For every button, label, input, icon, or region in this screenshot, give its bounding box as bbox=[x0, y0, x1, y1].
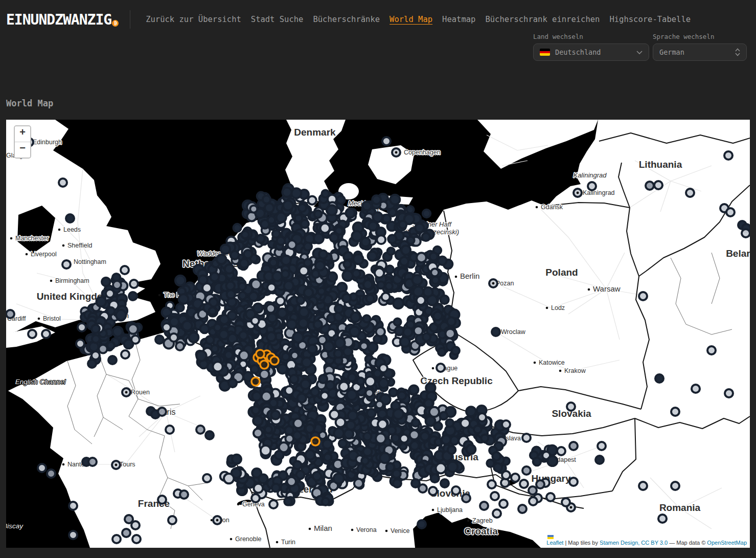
ring-marker[interactable] bbox=[62, 260, 71, 269]
cluster-marker[interactable] bbox=[217, 255, 226, 264]
navy-marker[interactable] bbox=[205, 431, 214, 439]
ring-marker[interactable] bbox=[170, 333, 178, 342]
ring-marker[interactable] bbox=[91, 351, 100, 360]
cluster-marker[interactable] bbox=[492, 452, 500, 460]
cluster-marker[interactable] bbox=[494, 463, 502, 472]
cluster-marker[interactable] bbox=[337, 196, 345, 204]
ring-marker[interactable] bbox=[536, 480, 544, 488]
cluster-marker[interactable] bbox=[423, 287, 432, 297]
ring-marker[interactable] bbox=[726, 208, 735, 216]
cluster-marker[interactable] bbox=[262, 392, 271, 401]
cluster-marker[interactable] bbox=[330, 233, 338, 241]
nav-buecherschrank-einreichen[interactable]: Bücherschrank einreichen bbox=[485, 15, 600, 24]
cluster-marker[interactable] bbox=[320, 224, 330, 233]
cluster-marker[interactable] bbox=[315, 261, 325, 270]
cluster-marker[interactable] bbox=[400, 257, 408, 265]
cluster-marker[interactable] bbox=[342, 294, 351, 302]
cluster-marker[interactable] bbox=[407, 206, 414, 213]
cluster-marker[interactable] bbox=[429, 407, 439, 417]
cluster-marker[interactable] bbox=[314, 234, 324, 243]
cluster-marker[interactable] bbox=[352, 270, 360, 277]
cluster-marker[interactable] bbox=[432, 277, 439, 284]
cluster-marker[interactable] bbox=[179, 294, 189, 304]
cluster-marker[interactable] bbox=[377, 281, 384, 288]
ring-marker[interactable] bbox=[69, 502, 77, 510]
cluster-marker[interactable] bbox=[297, 394, 306, 403]
cluster-marker[interactable] bbox=[423, 210, 430, 217]
cluster-marker[interactable] bbox=[275, 451, 284, 459]
cluster-marker[interactable] bbox=[301, 380, 310, 389]
cluster-marker[interactable] bbox=[260, 370, 269, 379]
cluster-marker[interactable] bbox=[304, 242, 312, 251]
ring-marker[interactable] bbox=[598, 442, 606, 450]
cluster-marker[interactable] bbox=[319, 251, 327, 259]
cluster-marker[interactable] bbox=[299, 319, 308, 328]
cluster-marker[interactable] bbox=[285, 386, 294, 395]
cluster-marker[interactable] bbox=[324, 342, 333, 351]
cluster-marker[interactable] bbox=[284, 498, 292, 505]
ring-marker[interactable] bbox=[437, 364, 445, 372]
cluster-marker[interactable] bbox=[107, 307, 114, 315]
cluster-marker[interactable] bbox=[250, 206, 257, 213]
cluster-marker[interactable] bbox=[107, 342, 114, 349]
cluster-marker[interactable] bbox=[327, 205, 336, 215]
cluster-marker[interactable] bbox=[266, 304, 275, 313]
cluster-marker[interactable] bbox=[225, 351, 233, 359]
ring-marker[interactable] bbox=[38, 464, 46, 472]
cluster-marker[interactable] bbox=[254, 429, 262, 437]
ring-marker[interactable] bbox=[557, 447, 565, 455]
ring-marker[interactable] bbox=[462, 494, 470, 502]
ring-marker[interactable] bbox=[429, 487, 437, 495]
ring-marker[interactable] bbox=[176, 342, 184, 350]
navy-marker[interactable] bbox=[441, 479, 449, 487]
ring-marker[interactable] bbox=[121, 266, 129, 274]
cluster-marker[interactable] bbox=[92, 335, 100, 343]
ring-marker[interactable] bbox=[379, 364, 387, 372]
cluster-marker[interactable] bbox=[533, 458, 541, 465]
cluster-marker[interactable] bbox=[97, 297, 106, 307]
cluster-marker[interactable] bbox=[241, 231, 249, 238]
cluster-marker[interactable] bbox=[362, 202, 372, 211]
cluster-marker[interactable] bbox=[342, 271, 353, 281]
cluster-marker[interactable] bbox=[375, 269, 384, 278]
cluster-marker[interactable] bbox=[363, 448, 372, 456]
cluster-marker[interactable] bbox=[347, 390, 357, 400]
cluster-marker[interactable] bbox=[291, 188, 301, 198]
navy-marker[interactable] bbox=[418, 520, 426, 528]
navy-marker[interactable] bbox=[393, 479, 401, 487]
ring-marker[interactable] bbox=[113, 281, 121, 289]
ring-marker[interactable] bbox=[196, 426, 204, 434]
ring-marker[interactable] bbox=[671, 482, 679, 490]
navy-marker[interactable] bbox=[655, 374, 663, 383]
ring-marker[interactable] bbox=[132, 535, 141, 543]
cluster-marker[interactable] bbox=[291, 352, 298, 359]
cluster-marker[interactable] bbox=[267, 283, 276, 292]
navy-marker[interactable] bbox=[155, 336, 164, 344]
cluster-marker[interactable] bbox=[351, 313, 360, 322]
ring-marker[interactable] bbox=[562, 498, 570, 506]
cluster-marker[interactable] bbox=[287, 320, 297, 329]
ring-marker[interactable] bbox=[121, 350, 129, 359]
logo[interactable]: EINUNDZWANZIG₿ bbox=[6, 11, 119, 28]
cluster-marker[interactable] bbox=[481, 434, 488, 441]
cluster-marker[interactable] bbox=[213, 362, 222, 371]
cluster-marker[interactable] bbox=[438, 257, 447, 265]
cluster-marker[interactable] bbox=[206, 336, 214, 344]
cluster-marker[interactable] bbox=[381, 293, 390, 301]
cluster-marker[interactable] bbox=[440, 296, 448, 304]
navy-marker[interactable] bbox=[492, 328, 500, 336]
cluster-marker[interactable] bbox=[422, 233, 430, 241]
cluster-marker[interactable] bbox=[335, 338, 345, 348]
ring-marker[interactable] bbox=[569, 478, 578, 486]
cluster-marker[interactable] bbox=[199, 275, 208, 284]
cluster-marker[interactable] bbox=[421, 432, 429, 441]
cluster-marker[interactable] bbox=[268, 216, 276, 224]
ring-marker[interactable] bbox=[692, 385, 700, 393]
cluster-marker[interactable] bbox=[182, 321, 192, 330]
ring-marker[interactable] bbox=[654, 181, 662, 189]
cluster-marker[interactable] bbox=[328, 273, 337, 282]
cluster-marker[interactable] bbox=[436, 463, 446, 474]
ring-marker[interactable] bbox=[59, 178, 67, 187]
ring-marker[interactable] bbox=[588, 182, 596, 190]
cluster-marker[interactable] bbox=[344, 430, 353, 439]
